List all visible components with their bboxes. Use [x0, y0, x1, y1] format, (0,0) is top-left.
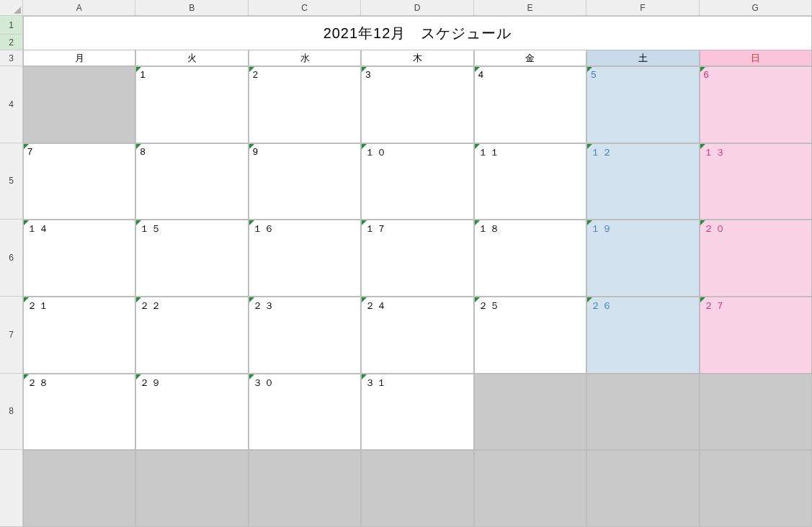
- date-number: ３１: [365, 377, 388, 388]
- day-header-mon[interactable]: 月: [23, 50, 135, 66]
- calendar-cell[interactable]: 8: [135, 143, 248, 220]
- error-indicator-icon: [249, 374, 254, 379]
- row-header-8[interactable]: 8: [0, 374, 23, 451]
- calendar-cell[interactable]: 1: [135, 66, 248, 143]
- date-number: １３: [704, 147, 727, 158]
- row-header-1[interactable]: 1: [0, 16, 23, 35]
- calendar-cell[interactable]: 3: [361, 66, 473, 143]
- date-number: ２７: [704, 300, 727, 311]
- calendar-cell[interactable]: ２５: [474, 297, 586, 374]
- calendar-cell[interactable]: [700, 374, 812, 451]
- calendar-cell[interactable]: ２０: [700, 220, 812, 297]
- date-number: １２: [591, 147, 614, 158]
- error-indicator-icon: [136, 220, 141, 225]
- row-header-2[interactable]: 2: [0, 35, 23, 50]
- col-header-G[interactable]: G: [700, 0, 812, 16]
- row-header-7[interactable]: 7: [0, 297, 23, 374]
- day-header-wed[interactable]: 水: [249, 50, 361, 66]
- error-indicator-icon: [249, 220, 254, 225]
- col-header-A[interactable]: A: [23, 0, 135, 16]
- calendar-cell[interactable]: １９: [586, 220, 699, 297]
- day-header-tue[interactable]: 火: [135, 50, 248, 66]
- date-number: ２３: [253, 300, 276, 311]
- row-header-3[interactable]: 3: [0, 50, 23, 66]
- date-number: １９: [591, 223, 614, 234]
- date-number: ２６: [591, 300, 614, 311]
- calendar-cell[interactable]: 2: [249, 66, 361, 143]
- calendar-cell[interactable]: [23, 450, 135, 527]
- calendar-cell[interactable]: ２４: [361, 297, 473, 374]
- error-indicator-icon: [587, 220, 592, 225]
- calendar-cell[interactable]: ２９: [135, 374, 248, 451]
- calendar-cell[interactable]: １６: [249, 220, 361, 297]
- date-number: １４: [27, 223, 50, 234]
- date-number: ２５: [478, 300, 501, 311]
- calendar-cell[interactable]: [361, 450, 473, 527]
- day-header-fri[interactable]: 金: [474, 50, 586, 66]
- error-indicator-icon: [249, 297, 254, 302]
- col-header-C[interactable]: C: [249, 0, 361, 16]
- date-number: ２９: [140, 377, 163, 388]
- error-indicator-icon: [700, 144, 705, 149]
- calendar-cell[interactable]: ２７: [700, 297, 812, 374]
- error-indicator-icon: [362, 144, 367, 149]
- error-indicator-icon: [24, 220, 29, 225]
- error-indicator-icon: [700, 297, 705, 302]
- calendar-title[interactable]: 2021年12月 スケジュール: [23, 16, 812, 50]
- error-indicator-icon: [362, 374, 367, 379]
- calendar-cell[interactable]: ２８: [23, 374, 135, 451]
- calendar-cell[interactable]: １１: [474, 143, 586, 220]
- error-indicator-icon: [362, 297, 367, 302]
- row-header-9[interactable]: [0, 450, 23, 527]
- calendar-cell[interactable]: １５: [135, 220, 248, 297]
- select-all-corner[interactable]: [0, 0, 23, 16]
- calendar-cell[interactable]: １２: [586, 143, 699, 220]
- spreadsheet-grid[interactable]: A B C D E F G 1 2021年12月 スケジュール 2 3 月 火 …: [0, 0, 812, 527]
- row-header-6[interactable]: 6: [0, 220, 23, 297]
- error-indicator-icon: [24, 374, 29, 379]
- calendar-cell[interactable]: [586, 450, 699, 527]
- calendar-cell[interactable]: ３１: [361, 374, 473, 451]
- error-indicator-icon: [249, 144, 254, 149]
- col-header-D[interactable]: D: [361, 0, 473, 16]
- date-number: １１: [478, 147, 501, 158]
- calendar-cell[interactable]: ２３: [249, 297, 361, 374]
- error-indicator-icon: [24, 144, 29, 149]
- error-indicator-icon: [24, 297, 29, 302]
- calendar-cell[interactable]: ２６: [586, 297, 699, 374]
- calendar-cell[interactable]: 4: [474, 66, 586, 143]
- calendar-cell[interactable]: [474, 450, 586, 527]
- col-header-E[interactable]: E: [474, 0, 586, 16]
- calendar-cell[interactable]: [23, 66, 135, 143]
- row-header-5[interactable]: 5: [0, 143, 23, 220]
- date-number: ２２: [140, 300, 163, 311]
- calendar-cell[interactable]: ３０: [249, 374, 361, 451]
- calendar-cell[interactable]: [249, 450, 361, 527]
- calendar-cell[interactable]: １７: [361, 220, 473, 297]
- calendar-cell[interactable]: ２２: [135, 297, 248, 374]
- calendar-cell[interactable]: 6: [700, 66, 812, 143]
- day-header-sun[interactable]: 日: [700, 50, 812, 66]
- date-number: ２０: [704, 223, 727, 234]
- day-header-sat[interactable]: 土: [586, 50, 699, 66]
- day-header-thu[interactable]: 木: [361, 50, 473, 66]
- calendar-cell[interactable]: 5: [586, 66, 699, 143]
- calendar-cell[interactable]: 9: [249, 143, 361, 220]
- date-number: １５: [140, 223, 163, 234]
- error-indicator-icon: [362, 67, 367, 72]
- col-header-B[interactable]: B: [135, 0, 248, 16]
- calendar-cell[interactable]: １３: [700, 143, 812, 220]
- error-indicator-icon: [475, 220, 480, 225]
- calendar-cell[interactable]: [586, 374, 699, 451]
- calendar-cell[interactable]: [700, 450, 812, 527]
- calendar-cell[interactable]: ２１: [23, 297, 135, 374]
- calendar-cell[interactable]: １８: [474, 220, 586, 297]
- calendar-cell[interactable]: [135, 450, 248, 527]
- calendar-cell[interactable]: [474, 374, 586, 451]
- calendar-cell[interactable]: １４: [23, 220, 135, 297]
- calendar-cell[interactable]: 7: [23, 143, 135, 220]
- error-indicator-icon: [136, 67, 141, 72]
- col-header-F[interactable]: F: [586, 0, 699, 16]
- calendar-cell[interactable]: １０: [361, 143, 473, 220]
- row-header-4[interactable]: 4: [0, 66, 23, 143]
